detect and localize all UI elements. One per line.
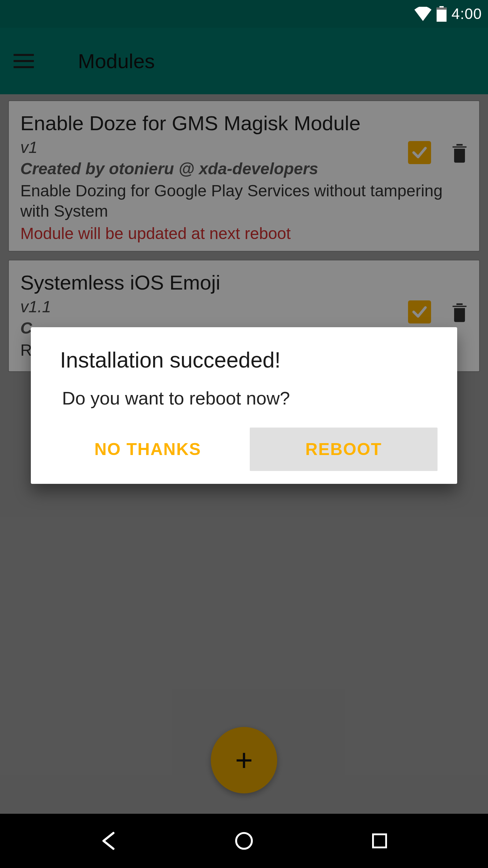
dialog-message: Do you want to reboot now?: [50, 388, 438, 409]
svg-rect-4: [373, 834, 386, 848]
recents-icon[interactable]: [365, 827, 394, 855]
svg-rect-2: [437, 7, 447, 9]
install-success-dialog: Installation succeeded! Do you want to r…: [31, 327, 457, 484]
status-bar: 4:00: [0, 0, 488, 28]
reboot-button[interactable]: REBOOT: [250, 428, 438, 471]
dialog-title: Installation succeeded!: [50, 348, 438, 373]
device-frame: Modules Enable Doze for GMS Magisk Modul…: [0, 0, 488, 868]
navigation-bar: [0, 814, 488, 868]
svg-rect-1: [440, 6, 444, 7]
back-icon[interactable]: [94, 827, 123, 855]
battery-icon: [436, 6, 447, 22]
dialog-button-row: NO THANKS REBOOT: [50, 428, 438, 471]
svg-rect-0: [437, 7, 447, 22]
no-thanks-button[interactable]: NO THANKS: [54, 428, 242, 471]
status-time: 4:00: [451, 5, 482, 22]
svg-point-3: [236, 833, 252, 849]
home-icon[interactable]: [230, 827, 258, 855]
wifi-icon: [414, 7, 432, 21]
